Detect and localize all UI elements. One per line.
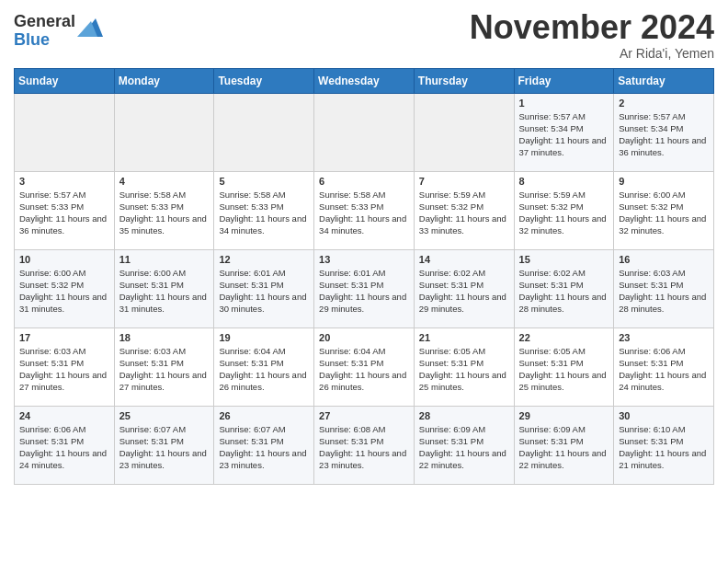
- header-wednesday: Wednesday: [314, 68, 415, 93]
- logo: General Blue: [14, 13, 105, 50]
- day-number: 18: [119, 332, 210, 343]
- day-info: Sunrise: 6:03 AM Sunset: 5:31 PM Dayligh…: [119, 345, 210, 394]
- day-cell: 21Sunrise: 6:05 AM Sunset: 5:31 PM Dayli…: [414, 327, 514, 406]
- day-cell: 1Sunrise: 5:57 AM Sunset: 5:34 PM Daylig…: [514, 93, 614, 171]
- day-number: 13: [319, 254, 409, 265]
- day-number: 3: [19, 176, 109, 187]
- day-info: Sunrise: 6:10 AM Sunset: 5:31 PM Dayligh…: [619, 423, 709, 472]
- title-block: November 2024 Ar Rida'i, Yemen: [470, 9, 714, 61]
- day-number: 21: [419, 332, 509, 343]
- day-cell: 3Sunrise: 5:57 AM Sunset: 5:33 PM Daylig…: [15, 171, 115, 249]
- day-info: Sunrise: 5:59 AM Sunset: 5:32 PM Dayligh…: [419, 189, 509, 237]
- day-number: 24: [19, 410, 109, 421]
- day-info: Sunrise: 6:06 AM Sunset: 5:31 PM Dayligh…: [19, 423, 109, 472]
- day-info: Sunrise: 6:08 AM Sunset: 5:31 PM Dayligh…: [319, 423, 409, 472]
- day-cell: [114, 93, 214, 171]
- day-info: Sunrise: 6:00 AM Sunset: 5:32 PM Dayligh…: [619, 189, 709, 237]
- day-number: 19: [219, 332, 309, 343]
- day-info: Sunrise: 6:07 AM Sunset: 5:31 PM Dayligh…: [119, 423, 210, 472]
- week-row-1: 3Sunrise: 5:57 AM Sunset: 5:33 PM Daylig…: [15, 171, 714, 249]
- day-number: 6: [319, 176, 409, 187]
- day-info: Sunrise: 5:57 AM Sunset: 5:33 PM Dayligh…: [19, 189, 109, 237]
- logo-general: General: [14, 13, 75, 31]
- day-cell: [15, 93, 115, 171]
- header-thursday: Thursday: [414, 68, 514, 93]
- day-info: Sunrise: 6:00 AM Sunset: 5:32 PM Dayligh…: [19, 267, 109, 316]
- day-number: 20: [319, 332, 409, 343]
- day-cell: 30Sunrise: 6:10 AM Sunset: 5:31 PM Dayli…: [614, 406, 714, 484]
- day-cell: [414, 93, 514, 171]
- day-cell: 11Sunrise: 6:00 AM Sunset: 5:31 PM Dayli…: [114, 249, 214, 327]
- day-cell: 5Sunrise: 5:58 AM Sunset: 5:33 PM Daylig…: [214, 171, 314, 249]
- week-row-0: 1Sunrise: 5:57 AM Sunset: 5:34 PM Daylig…: [15, 93, 714, 171]
- day-info: Sunrise: 6:05 AM Sunset: 5:31 PM Dayligh…: [419, 345, 509, 394]
- header: General Blue November 2024 Ar Rida'i, Ye…: [14, 9, 714, 61]
- day-info: Sunrise: 5:58 AM Sunset: 5:33 PM Dayligh…: [119, 189, 210, 237]
- day-info: Sunrise: 6:03 AM Sunset: 5:31 PM Dayligh…: [19, 345, 109, 394]
- day-cell: 13Sunrise: 6:01 AM Sunset: 5:31 PM Dayli…: [314, 249, 415, 327]
- week-row-3: 17Sunrise: 6:03 AM Sunset: 5:31 PM Dayli…: [15, 327, 714, 406]
- day-info: Sunrise: 6:01 AM Sunset: 5:31 PM Dayligh…: [319, 267, 409, 316]
- day-cell: 28Sunrise: 6:09 AM Sunset: 5:31 PM Dayli…: [414, 406, 514, 484]
- day-info: Sunrise: 5:58 AM Sunset: 5:33 PM Dayligh…: [219, 189, 309, 237]
- day-number: 1: [519, 98, 609, 109]
- day-info: Sunrise: 6:04 AM Sunset: 5:31 PM Dayligh…: [219, 345, 309, 394]
- day-cell: [314, 93, 415, 171]
- day-cell: 9Sunrise: 6:00 AM Sunset: 5:32 PM Daylig…: [614, 171, 714, 249]
- day-info: Sunrise: 6:03 AM Sunset: 5:31 PM Dayligh…: [619, 267, 709, 316]
- day-cell: 17Sunrise: 6:03 AM Sunset: 5:31 PM Dayli…: [15, 327, 115, 406]
- day-cell: 20Sunrise: 6:04 AM Sunset: 5:31 PM Dayli…: [314, 327, 415, 406]
- day-number: 22: [519, 332, 609, 343]
- day-info: Sunrise: 6:09 AM Sunset: 5:31 PM Dayligh…: [519, 423, 609, 472]
- day-cell: [214, 93, 314, 171]
- day-info: Sunrise: 5:58 AM Sunset: 5:33 PM Dayligh…: [319, 189, 409, 237]
- day-number: 11: [119, 254, 210, 265]
- day-info: Sunrise: 6:02 AM Sunset: 5:31 PM Dayligh…: [519, 267, 609, 316]
- day-cell: 10Sunrise: 6:00 AM Sunset: 5:32 PM Dayli…: [15, 249, 115, 327]
- day-cell: 2Sunrise: 5:57 AM Sunset: 5:34 PM Daylig…: [614, 93, 714, 171]
- day-cell: 25Sunrise: 6:07 AM Sunset: 5:31 PM Dayli…: [114, 406, 214, 484]
- day-cell: 24Sunrise: 6:06 AM Sunset: 5:31 PM Dayli…: [15, 406, 115, 484]
- page: General Blue November 2024 Ar Rida'i, Ye…: [0, 0, 728, 499]
- day-number: 12: [219, 254, 309, 265]
- day-cell: 7Sunrise: 5:59 AM Sunset: 5:32 PM Daylig…: [414, 171, 514, 249]
- day-info: Sunrise: 6:07 AM Sunset: 5:31 PM Dayligh…: [219, 423, 309, 472]
- month-title: November 2024: [470, 9, 714, 46]
- day-cell: 6Sunrise: 5:58 AM Sunset: 5:33 PM Daylig…: [314, 171, 415, 249]
- day-cell: 16Sunrise: 6:03 AM Sunset: 5:31 PM Dayli…: [614, 249, 714, 327]
- day-number: 23: [619, 332, 709, 343]
- logo-blue: Blue: [14, 31, 75, 50]
- day-number: 16: [619, 254, 709, 265]
- day-number: 10: [19, 254, 109, 265]
- day-cell: 29Sunrise: 6:09 AM Sunset: 5:31 PM Dayli…: [514, 406, 614, 484]
- weekday-header-row: Sunday Monday Tuesday Wednesday Thursday…: [15, 68, 714, 93]
- day-info: Sunrise: 6:00 AM Sunset: 5:31 PM Dayligh…: [119, 267, 210, 316]
- week-row-4: 24Sunrise: 6:06 AM Sunset: 5:31 PM Dayli…: [15, 406, 714, 484]
- day-cell: 23Sunrise: 6:06 AM Sunset: 5:31 PM Dayli…: [614, 327, 714, 406]
- day-info: Sunrise: 6:01 AM Sunset: 5:31 PM Dayligh…: [219, 267, 309, 316]
- day-cell: 19Sunrise: 6:04 AM Sunset: 5:31 PM Dayli…: [214, 327, 314, 406]
- day-cell: 27Sunrise: 6:08 AM Sunset: 5:31 PM Dayli…: [314, 406, 415, 484]
- day-number: 26: [219, 410, 309, 421]
- day-info: Sunrise: 6:04 AM Sunset: 5:31 PM Dayligh…: [319, 345, 409, 394]
- day-number: 9: [619, 176, 709, 187]
- logo-text: General Blue: [14, 13, 75, 50]
- calendar: Sunday Monday Tuesday Wednesday Thursday…: [14, 68, 714, 485]
- day-cell: 8Sunrise: 5:59 AM Sunset: 5:32 PM Daylig…: [514, 171, 614, 249]
- day-number: 30: [619, 410, 709, 421]
- day-info: Sunrise: 6:09 AM Sunset: 5:31 PM Dayligh…: [419, 423, 509, 472]
- day-number: 5: [219, 176, 309, 187]
- day-info: Sunrise: 5:59 AM Sunset: 5:32 PM Dayligh…: [519, 189, 609, 237]
- header-monday: Monday: [114, 68, 214, 93]
- day-info: Sunrise: 5:57 AM Sunset: 5:34 PM Dayligh…: [519, 110, 609, 159]
- day-info: Sunrise: 6:05 AM Sunset: 5:31 PM Dayligh…: [519, 345, 609, 394]
- header-sunday: Sunday: [15, 68, 115, 93]
- day-number: 29: [519, 410, 609, 421]
- day-info: Sunrise: 6:02 AM Sunset: 5:31 PM Dayligh…: [419, 267, 509, 316]
- day-info: Sunrise: 6:06 AM Sunset: 5:31 PM Dayligh…: [619, 345, 709, 394]
- day-cell: 15Sunrise: 6:02 AM Sunset: 5:31 PM Dayli…: [514, 249, 614, 327]
- logo-icon: [77, 14, 105, 41]
- day-number: 14: [419, 254, 509, 265]
- header-tuesday: Tuesday: [214, 68, 314, 93]
- day-number: 15: [519, 254, 609, 265]
